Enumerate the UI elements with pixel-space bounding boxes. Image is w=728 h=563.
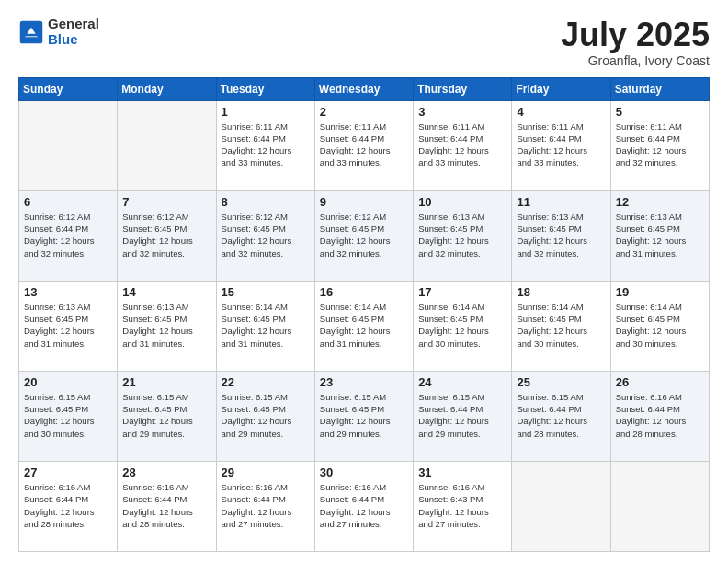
calendar-day-cell: 3Sunrise: 6:11 AM Sunset: 6:44 PM Daylig… [414,100,512,190]
day-number: 28 [122,465,210,479]
logo-text: General Blue [48,17,99,47]
day-number: 23 [320,375,408,389]
day-info: Sunrise: 6:11 AM Sunset: 6:44 PM Dayligh… [222,121,310,169]
day-number: 3 [418,105,506,119]
calendar-day-cell: 31Sunrise: 6:16 AM Sunset: 6:43 PM Dayli… [414,461,512,551]
calendar-day-cell [610,461,709,551]
day-number: 31 [418,465,506,479]
day-number: 24 [418,375,506,389]
logo-icon [18,19,44,45]
day-number: 27 [24,465,112,479]
day-number: 11 [517,195,605,209]
day-number: 12 [616,195,704,209]
day-info: Sunrise: 6:13 AM Sunset: 6:45 PM Dayligh… [122,301,210,350]
day-info: Sunrise: 6:16 AM Sunset: 6:44 PM Dayligh… [222,481,310,530]
logo-general: General [48,17,99,32]
calendar-day-cell: 13Sunrise: 6:13 AM Sunset: 6:45 PM Dayli… [19,281,118,371]
day-number: 18 [517,285,605,299]
day-info: Sunrise: 6:15 AM Sunset: 6:45 PM Dayligh… [122,391,210,440]
weekday-header: Saturday [610,77,709,100]
day-info: Sunrise: 6:12 AM Sunset: 6:45 PM Dayligh… [122,211,210,259]
day-number: 21 [122,375,210,389]
svg-rect-2 [25,33,38,36]
day-info: Sunrise: 6:11 AM Sunset: 6:44 PM Dayligh… [418,121,506,169]
calendar-week-row: 13Sunrise: 6:13 AM Sunset: 6:45 PM Dayli… [19,281,710,371]
calendar-day-cell: 4Sunrise: 6:11 AM Sunset: 6:44 PM Daylig… [512,100,610,190]
title-month: July 2025 [561,17,710,53]
calendar-day-cell: 7Sunrise: 6:12 AM Sunset: 6:45 PM Daylig… [118,190,216,281]
calendar-day-cell: 22Sunrise: 6:15 AM Sunset: 6:45 PM Dayli… [216,371,314,461]
day-info: Sunrise: 6:14 AM Sunset: 6:45 PM Dayligh… [616,301,704,350]
calendar-day-cell [118,100,216,190]
calendar-day-cell: 15Sunrise: 6:14 AM Sunset: 6:45 PM Dayli… [216,281,314,371]
day-info: Sunrise: 6:12 AM Sunset: 6:45 PM Dayligh… [222,211,310,259]
calendar-day-cell: 28Sunrise: 6:16 AM Sunset: 6:44 PM Dayli… [118,461,216,551]
day-number: 30 [320,465,408,479]
calendar-day-cell: 19Sunrise: 6:14 AM Sunset: 6:45 PM Dayli… [610,281,709,371]
calendar-day-cell: 12Sunrise: 6:13 AM Sunset: 6:45 PM Dayli… [610,190,709,281]
weekday-header: Monday [118,77,216,100]
day-number: 10 [418,195,506,209]
weekday-header: Friday [512,77,610,100]
day-info: Sunrise: 6:14 AM Sunset: 6:45 PM Dayligh… [320,301,408,350]
day-number: 4 [517,105,605,119]
day-number: 1 [222,105,310,119]
calendar-day-cell: 29Sunrise: 6:16 AM Sunset: 6:44 PM Dayli… [216,461,314,551]
calendar-day-cell: 25Sunrise: 6:15 AM Sunset: 6:44 PM Dayli… [512,371,610,461]
day-number: 29 [222,465,310,479]
day-number: 19 [616,285,704,299]
calendar-day-cell: 8Sunrise: 6:12 AM Sunset: 6:45 PM Daylig… [216,190,314,281]
day-number: 16 [320,285,408,299]
calendar-day-cell: 5Sunrise: 6:11 AM Sunset: 6:44 PM Daylig… [610,100,709,190]
day-info: Sunrise: 6:13 AM Sunset: 6:45 PM Dayligh… [24,301,112,350]
day-info: Sunrise: 6:16 AM Sunset: 6:44 PM Dayligh… [320,481,408,530]
header: General Blue July 2025 Groanfla, Ivory C… [18,17,710,68]
calendar-header-row: SundayMondayTuesdayWednesdayThursdayFrid… [19,77,710,100]
day-info: Sunrise: 6:16 AM Sunset: 6:43 PM Dayligh… [418,481,506,530]
day-info: Sunrise: 6:15 AM Sunset: 6:45 PM Dayligh… [320,391,408,440]
logo: General Blue [18,17,99,47]
day-info: Sunrise: 6:13 AM Sunset: 6:45 PM Dayligh… [517,211,605,259]
day-number: 26 [616,375,704,389]
day-info: Sunrise: 6:11 AM Sunset: 6:44 PM Dayligh… [320,121,408,169]
day-number: 13 [24,285,112,299]
day-info: Sunrise: 6:16 AM Sunset: 6:44 PM Dayligh… [616,391,704,440]
day-info: Sunrise: 6:13 AM Sunset: 6:45 PM Dayligh… [616,211,704,259]
calendar-day-cell: 11Sunrise: 6:13 AM Sunset: 6:45 PM Dayli… [512,190,610,281]
calendar-day-cell: 17Sunrise: 6:14 AM Sunset: 6:45 PM Dayli… [414,281,512,371]
day-number: 20 [24,375,112,389]
calendar-day-cell: 21Sunrise: 6:15 AM Sunset: 6:45 PM Dayli… [118,371,216,461]
weekday-header: Thursday [414,77,512,100]
calendar-day-cell: 24Sunrise: 6:15 AM Sunset: 6:44 PM Dayli… [414,371,512,461]
day-number: 8 [222,195,310,209]
day-number: 6 [24,195,112,209]
day-info: Sunrise: 6:11 AM Sunset: 6:44 PM Dayligh… [517,121,605,169]
day-info: Sunrise: 6:11 AM Sunset: 6:44 PM Dayligh… [616,121,704,169]
calendar-day-cell: 16Sunrise: 6:14 AM Sunset: 6:45 PM Dayli… [314,281,413,371]
calendar-day-cell: 23Sunrise: 6:15 AM Sunset: 6:45 PM Dayli… [314,371,413,461]
day-info: Sunrise: 6:12 AM Sunset: 6:45 PM Dayligh… [320,211,408,259]
day-number: 15 [222,285,310,299]
day-number: 17 [418,285,506,299]
title-block: July 2025 Groanfla, Ivory Coast [561,17,710,68]
day-number: 22 [222,375,310,389]
calendar-table: SundayMondayTuesdayWednesdayThursdayFrid… [18,77,710,552]
logo-blue: Blue [48,32,99,48]
day-number: 25 [517,375,605,389]
calendar-day-cell: 6Sunrise: 6:12 AM Sunset: 6:44 PM Daylig… [19,190,118,281]
day-info: Sunrise: 6:16 AM Sunset: 6:44 PM Dayligh… [24,481,112,530]
calendar-day-cell: 30Sunrise: 6:16 AM Sunset: 6:44 PM Dayli… [314,461,413,551]
day-info: Sunrise: 6:13 AM Sunset: 6:45 PM Dayligh… [418,211,506,259]
calendar-day-cell: 18Sunrise: 6:14 AM Sunset: 6:45 PM Dayli… [512,281,610,371]
day-info: Sunrise: 6:15 AM Sunset: 6:45 PM Dayligh… [222,391,310,440]
day-info: Sunrise: 6:15 AM Sunset: 6:45 PM Dayligh… [24,391,112,440]
calendar-day-cell: 14Sunrise: 6:13 AM Sunset: 6:45 PM Dayli… [118,281,216,371]
calendar-day-cell: 10Sunrise: 6:13 AM Sunset: 6:45 PM Dayli… [414,190,512,281]
day-number: 2 [320,105,408,119]
calendar-day-cell: 26Sunrise: 6:16 AM Sunset: 6:44 PM Dayli… [610,371,709,461]
calendar-week-row: 20Sunrise: 6:15 AM Sunset: 6:45 PM Dayli… [19,371,710,461]
day-info: Sunrise: 6:15 AM Sunset: 6:44 PM Dayligh… [517,391,605,440]
calendar-day-cell: 2Sunrise: 6:11 AM Sunset: 6:44 PM Daylig… [314,100,413,190]
calendar-day-cell: 9Sunrise: 6:12 AM Sunset: 6:45 PM Daylig… [314,190,413,281]
day-info: Sunrise: 6:14 AM Sunset: 6:45 PM Dayligh… [222,301,310,350]
